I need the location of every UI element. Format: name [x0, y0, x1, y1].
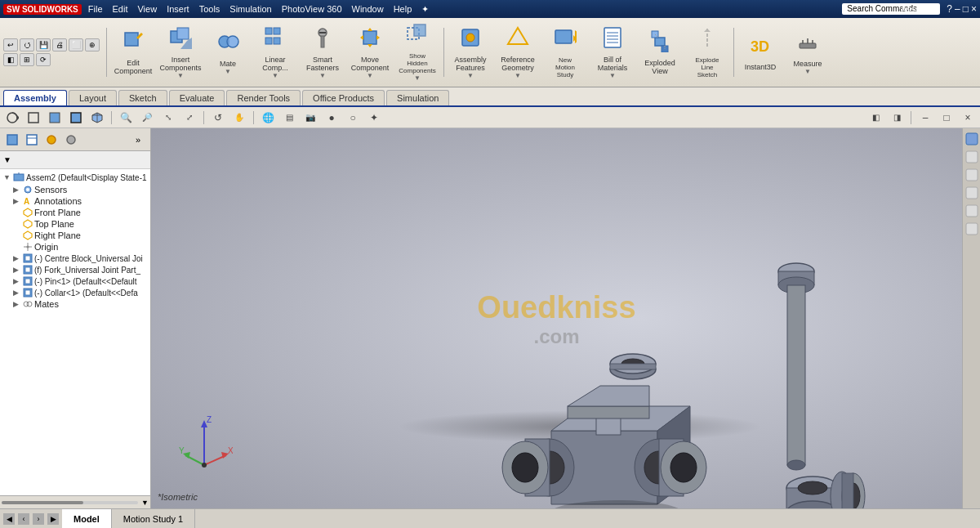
menu-help[interactable]: Help [394, 4, 412, 15]
bill-materials-button[interactable]: Bill ofMaterials ▼ [590, 21, 635, 83]
vt-wireframe-btn[interactable] [24, 110, 42, 126]
mate-button[interactable]: Mate ▼ [205, 21, 251, 83]
fasteners-dropdown[interactable]: ▼ [319, 72, 326, 79]
minimize-button[interactable]: – [955, 3, 960, 15]
collar1-expand[interactable]: ▶ [13, 289, 23, 297]
pin1-expand[interactable]: ▶ [13, 277, 23, 285]
fork-expand[interactable]: ▶ [13, 266, 23, 274]
vt-shaded-edges-btn[interactable] [67, 110, 85, 126]
toolbar-icon-7[interactable]: ◧ [3, 53, 18, 66]
bottom-tab-motion-study[interactable]: Motion Study 1 [112, 509, 195, 528]
vt-appearance-btn[interactable]: ✦ [365, 110, 383, 126]
menu-window[interactable]: Window [352, 4, 384, 15]
reference-geometry-button[interactable]: ReferenceGeometry ▼ [495, 21, 541, 83]
toolbar-icon-6[interactable]: ⊕ [85, 38, 100, 51]
tab-office-products[interactable]: Office Products [302, 90, 385, 105]
menu-simulation[interactable]: Simulation [229, 4, 271, 15]
close-button[interactable]: × [971, 3, 977, 15]
toolbar-icon-3[interactable]: 💾 [36, 38, 51, 51]
vt-zoom-out-btn[interactable]: 🔎 [138, 110, 156, 126]
toolbar-icon-1[interactable]: ↩ [3, 38, 18, 51]
explode-line-button[interactable]: ExplodeLineSketch [684, 21, 730, 83]
mates-expand[interactable]: ▶ [13, 300, 23, 308]
vt-camera-btn[interactable]: 📷 [301, 110, 319, 126]
vt-cube-btn[interactable] [88, 110, 106, 126]
panel-icon-1[interactable] [3, 131, 21, 149]
show-hidden-button[interactable]: ShowHiddenComponents ▼ [394, 21, 440, 83]
tree-origin[interactable]: ▶ Origin [0, 241, 150, 253]
maximize-button[interactable]: □ [963, 3, 969, 15]
linear-dropdown[interactable]: ▼ [272, 72, 278, 79]
tree-right-plane[interactable]: ▶ Right Plane [0, 230, 150, 241]
3d-viewport[interactable]: Ouedkniss .com Z X Y *Isom [151, 128, 962, 508]
show-hidden-dropdown[interactable]: ▼ [414, 74, 421, 82]
right-icon-5[interactable] [964, 203, 980, 219]
panel-icon-2[interactable] [23, 131, 41, 149]
tree-mates[interactable]: ▶ Mates [0, 298, 150, 310]
vt-maximize-btn[interactable]: □ [938, 110, 956, 126]
menu-photoview[interactable]: PhotoView 360 [282, 4, 342, 15]
insert-dropdown[interactable]: ▼ [177, 72, 184, 79]
vt-panel-left-btn[interactable]: ◧ [866, 110, 884, 126]
move-dropdown[interactable]: ▼ [367, 72, 373, 79]
bottom-tab-model[interactable]: Model [62, 509, 112, 528]
vt-zoom-fit-btn[interactable]: ⤡ [159, 110, 177, 126]
right-icon-4[interactable] [964, 185, 980, 201]
vt-minimize-btn[interactable]: – [916, 110, 934, 126]
tab-evaluate[interactable]: Evaluate [169, 90, 225, 105]
menu-file[interactable]: File [88, 4, 103, 15]
menu-insert[interactable]: Insert [167, 4, 189, 15]
scroll-right-btn[interactable]: ▶ [47, 513, 59, 525]
vt-display-btn[interactable]: ○ [344, 110, 362, 126]
vt-section-btn[interactable]: ▤ [280, 110, 298, 126]
sensors-expand[interactable]: ▶ [13, 186, 23, 194]
tree-pin1[interactable]: ▶ (-) Pin<1> (Default<<Default [0, 275, 150, 287]
menu-edit[interactable]: Edit [113, 4, 128, 15]
toolbar-icon-8[interactable]: ⊞ [20, 53, 34, 66]
vt-zoom-selection-btn[interactable]: ⤢ [180, 110, 198, 126]
panel-expand-btn[interactable]: » [129, 131, 147, 149]
menu-view[interactable]: View [137, 4, 157, 15]
tab-render-tools[interactable]: Render Tools [226, 90, 301, 105]
exploded-view-button[interactable]: ExplodedView [637, 21, 683, 83]
new-motion-button[interactable]: NewMotionStudy [542, 21, 588, 83]
toolbar-icon-2[interactable]: ⭯ [20, 38, 34, 51]
tree-root[interactable]: ▼ Assem2 (Default<Display State-1 [0, 171, 150, 184]
tree-annotations[interactable]: ▶ A Annotations [0, 195, 150, 207]
bom-dropdown[interactable]: ▼ [609, 72, 616, 79]
toolbar-icon-4[interactable]: 🖨 [52, 38, 67, 51]
move-component-button[interactable]: MoveComponent ▼ [347, 21, 393, 83]
measure-button[interactable]: Measure ▼ [785, 21, 831, 83]
linear-comp-button[interactable]: LinearComp... ▼ [252, 21, 298, 83]
tree-sensors[interactable]: ▶ Sensors [0, 184, 150, 195]
toolbar-icon-9[interactable]: ⟳ [36, 53, 51, 66]
instant3d-button[interactable]: 3D Instant3D [737, 21, 783, 83]
assembly-features-button[interactable]: AssemblyFeatures ▼ [448, 21, 493, 83]
scroll-left2-btn[interactable]: ‹ [18, 513, 29, 525]
vt-hide-show-btn[interactable]: ● [323, 110, 341, 126]
edit-component-button[interactable]: EditComponent [110, 21, 156, 83]
vt-shaded-btn[interactable] [46, 110, 64, 126]
smart-fasteners-button[interactable]: SmartFasteners ▼ [300, 21, 345, 83]
insert-components-button[interactable]: InsertComponents ▼ [158, 21, 203, 83]
af-dropdown[interactable]: ▼ [467, 72, 474, 79]
measure-dropdown[interactable]: ▼ [804, 68, 811, 75]
tree-centre-block[interactable]: ▶ (-) Centre Block_Universal Joi [0, 253, 150, 264]
vt-close-btn[interactable]: × [959, 110, 977, 126]
tree-front-plane[interactable]: ▶ Front Plane [0, 207, 150, 218]
panel-icon-4[interactable] [62, 131, 80, 149]
right-icon-1[interactable] [964, 131, 980, 147]
panel-down-btn[interactable]: ▼ [141, 499, 149, 507]
rg-dropdown[interactable]: ▼ [514, 72, 521, 79]
centre-block-expand[interactable]: ▶ [13, 254, 23, 262]
right-icon-6[interactable] [964, 221, 980, 237]
annotations-expand[interactable]: ▶ [13, 197, 23, 205]
vt-zoom-in-btn[interactable]: 🔍 [117, 110, 135, 126]
root-expand-icon[interactable]: ▼ [3, 173, 13, 181]
vt-pan-btn[interactable]: ✋ [230, 110, 248, 126]
vt-rotate-view-btn[interactable]: ↺ [209, 110, 227, 126]
tab-sketch[interactable]: Sketch [118, 90, 167, 105]
panel-scroll-bar[interactable]: ▼ [0, 495, 150, 508]
right-icon-2[interactable] [964, 149, 980, 165]
tree-fork-universal[interactable]: ▶ (f) Fork_Universal Joint Part_ [0, 264, 150, 275]
